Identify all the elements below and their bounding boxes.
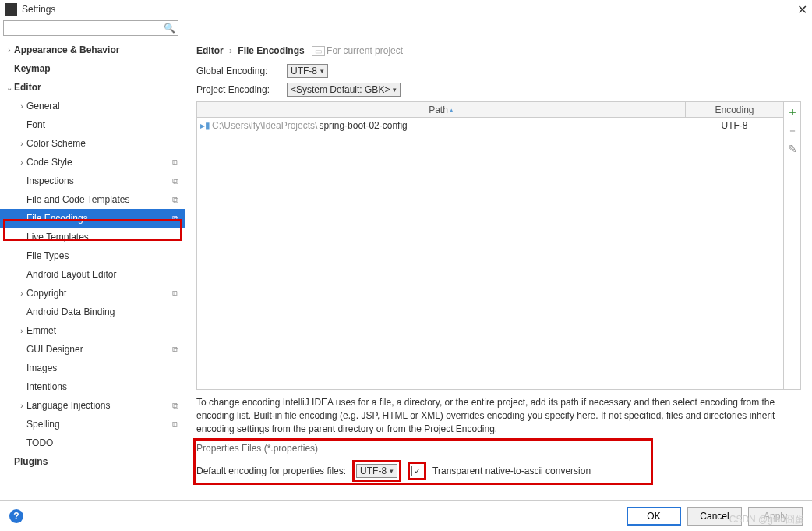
tree-item-label: Intentions <box>26 381 178 392</box>
tree-item-label: File and Code Templates <box>26 194 172 205</box>
chevron-down-icon: ▾ <box>390 467 394 475</box>
tree-item-label: Emmet <box>26 325 178 336</box>
app-icon <box>5 3 17 16</box>
tree-item-emmet[interactable]: ›Emmet <box>0 321 185 340</box>
tree-item-file-and-code-templates[interactable]: File and Code Templates⧉ <box>0 190 185 209</box>
tree-item-editor[interactable]: ⌄Editor <box>0 78 185 97</box>
tree-item-keymap[interactable]: Keymap <box>0 59 185 78</box>
tree-item-appearance-behavior[interactable]: ›Appearance & Behavior <box>0 41 185 59</box>
tree-item-label: Android Data Binding <box>26 306 178 317</box>
tree-item-language-injections[interactable]: ›Language Injections⧉ <box>0 396 185 415</box>
tree-item-label: Appearance & Behavior <box>14 44 178 55</box>
chevron-down-icon: ▾ <box>320 67 324 75</box>
tree-item-label: Font <box>26 119 178 130</box>
apply-button[interactable]: Apply <box>748 507 803 526</box>
tree-item-label: Copyright <box>26 288 172 299</box>
properties-encoding-label: Default encoding for properties files: <box>196 466 346 476</box>
table-row[interactable]: ▸▮ C:\Users\lfy\IdeaProjects\spring-boot… <box>197 118 783 133</box>
tree-item-label: Language Injections <box>26 400 172 411</box>
search-icon: 🔍 <box>164 23 175 34</box>
tree-item-label: Inspections <box>26 175 172 186</box>
project-scope-icon: ⧉ <box>172 158 178 168</box>
cancel-button[interactable]: Cancel <box>687 507 742 526</box>
project-scope-icon: ⧉ <box>172 176 178 186</box>
properties-encoding-combo[interactable]: UTF-8▾ <box>356 464 397 478</box>
help-text: To change encoding IntelliJ IDEA uses fo… <box>196 396 801 435</box>
tree-item-file-encodings[interactable]: File Encodings⧉ <box>0 209 185 228</box>
project-scope-icon: ⧉ <box>172 419 178 430</box>
native-to-ascii-label: Transparent native-to-ascii conversion <box>432 466 591 476</box>
native-to-ascii-checkbox[interactable]: ✓ <box>411 466 422 476</box>
tree-item-file-types[interactable]: File Types <box>0 246 185 265</box>
tree-item-label: Keymap <box>14 63 178 74</box>
col-path[interactable]: Path▴ <box>197 102 686 117</box>
window-title: Settings <box>22 4 55 15</box>
tree-item-label: File Types <box>26 250 178 261</box>
tree-item-label: GUI Designer <box>26 344 172 355</box>
chevron-icon: › <box>17 140 26 148</box>
chevron-icon: › <box>17 158 26 167</box>
chevron-icon: › <box>17 289 26 298</box>
tree-item-label: File Encodings <box>26 213 172 224</box>
project-scope-icon: ⧉ <box>172 345 178 355</box>
tree-item-plugins[interactable]: Plugins <box>0 452 185 471</box>
edit-button[interactable]: ✎ <box>788 143 797 155</box>
tree-item-label: Code Style <box>26 157 172 168</box>
project-encoding-combo[interactable]: <System Default: GBK>▾ <box>287 83 401 97</box>
settings-tree: ›Appearance & BehaviorKeymap⌄Editor›Gene… <box>0 37 185 497</box>
project-scope-icon: ⧉ <box>172 195 178 205</box>
tree-item-images[interactable]: Images <box>0 359 185 377</box>
chevron-icon: › <box>17 402 26 410</box>
dialog-footer: ? OK Cancel Apply <box>0 500 812 531</box>
tree-item-general[interactable]: ›General <box>0 97 185 115</box>
tree-item-code-style[interactable]: ›Code Style⧉ <box>0 153 185 172</box>
breadcrumb: Editor › File Encodings ▭For current pro… <box>196 45 801 56</box>
tree-item-label: Live Templates <box>26 232 178 242</box>
global-encoding-label: Global Encoding: <box>196 65 282 76</box>
global-encoding-combo[interactable]: UTF-8▾ <box>287 64 328 78</box>
tree-item-android-data-binding[interactable]: Android Data Binding <box>0 303 185 321</box>
titlebar: Settings ✕ <box>0 0 812 19</box>
remove-button[interactable]: － <box>787 124 798 138</box>
chevron-icon: ⌄ <box>5 83 14 92</box>
tree-item-inspections[interactable]: Inspections⧉ <box>0 172 185 190</box>
properties-section-title: Properties Files (*.properties) <box>196 443 801 454</box>
project-scope-icon: ⧉ <box>172 401 178 411</box>
help-icon[interactable]: ? <box>9 509 23 523</box>
tree-item-label: Color Scheme <box>26 138 178 149</box>
col-encoding[interactable]: Encoding <box>686 102 783 117</box>
tree-item-label: TODO <box>26 437 178 448</box>
ok-button[interactable]: OK <box>627 507 681 526</box>
tree-item-label: Editor <box>14 82 178 93</box>
tree-item-android-layout-editor[interactable]: Android Layout Editor <box>0 265 185 284</box>
close-icon[interactable]: ✕ <box>797 2 807 17</box>
chevron-icon: › <box>17 327 26 335</box>
tree-item-live-templates[interactable]: Live Templates <box>0 228 185 246</box>
chevron-icon: › <box>5 46 14 55</box>
add-button[interactable]: ＋ <box>787 105 798 119</box>
tree-item-color-scheme[interactable]: ›Color Scheme <box>0 134 185 153</box>
tree-item-label: Spelling <box>26 419 172 430</box>
tree-item-font[interactable]: Font <box>0 115 185 134</box>
content-pane: Editor › File Encodings ▭For current pro… <box>185 37 812 497</box>
tree-item-label: Android Layout Editor <box>26 269 178 280</box>
tree-item-label: Images <box>26 363 178 373</box>
tree-item-intentions[interactable]: Intentions <box>0 377 185 396</box>
highlight-annotation: ✓ <box>408 462 426 480</box>
project-encoding-label: Project Encoding: <box>196 84 282 95</box>
tree-item-copyright[interactable]: ›Copyright⧉ <box>0 284 185 303</box>
chevron-icon: › <box>17 102 26 111</box>
encoding-table: Path▴ Encoding ▸▮ C:\Users\lfy\IdeaProje… <box>196 101 801 390</box>
folder-icon: ▸▮ <box>200 120 210 131</box>
sort-asc-icon: ▴ <box>450 106 454 114</box>
search-input[interactable] <box>3 20 178 36</box>
project-scope-icon: ▭ <box>312 46 325 56</box>
tree-item-todo[interactable]: TODO <box>0 434 185 452</box>
tree-item-spelling[interactable]: Spelling⧉ <box>0 415 185 434</box>
tree-item-label: Plugins <box>14 456 178 467</box>
tree-item-label: General <box>26 101 178 112</box>
highlight-annotation: UTF-8▾ <box>352 460 401 482</box>
chevron-down-icon: ▾ <box>393 86 397 94</box>
project-scope-icon: ⧉ <box>172 214 178 224</box>
tree-item-gui-designer[interactable]: GUI Designer⧉ <box>0 340 185 359</box>
